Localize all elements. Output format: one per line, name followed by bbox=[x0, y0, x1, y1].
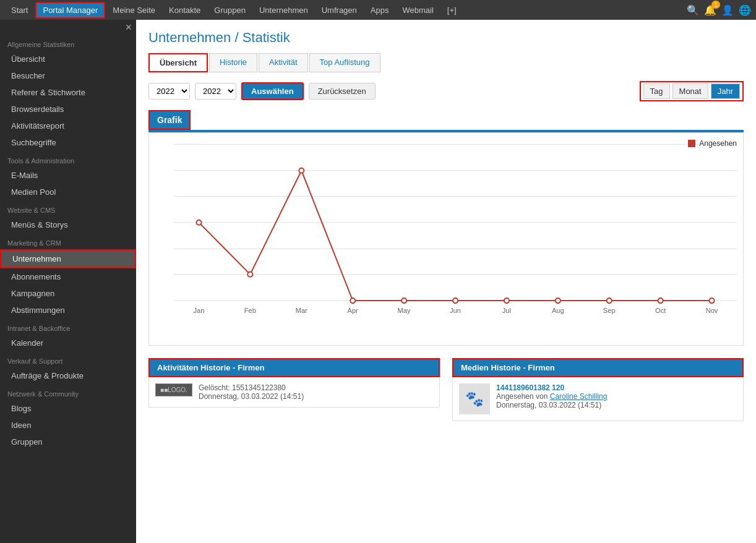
sidebar-item-unternehmen[interactable]: Unternehmen bbox=[0, 249, 136, 268]
main-content: Unternehmen / Statistik Übersicht Histor… bbox=[136, 20, 756, 543]
nav-item-umfragen[interactable]: Umfragen bbox=[316, 3, 363, 17]
nav-item-webmail[interactable]: Webmail bbox=[396, 3, 439, 17]
svg-point-18 bbox=[402, 298, 406, 303]
sidebar-close-icon[interactable]: ✕ bbox=[125, 22, 132, 32]
chart-legend: Angesehen bbox=[688, 139, 737, 148]
activities-header: Aktivitäten Historie - Firmen bbox=[148, 358, 440, 377]
chart-section-label: Grafik bbox=[157, 115, 182, 125]
auswahlen-button[interactable]: Auswählen bbox=[241, 82, 304, 100]
page-title: Unternehmen / Statistik bbox=[148, 30, 744, 46]
sidebar-item-menus-storys[interactable]: Menüs & Storys bbox=[0, 216, 136, 233]
svg-point-19 bbox=[453, 298, 458, 303]
svg-point-14 bbox=[196, 220, 201, 225]
nav-item-portal-manager[interactable]: Portal Manager bbox=[35, 2, 105, 19]
media-header: Medien Historie - Firmen bbox=[452, 358, 744, 377]
nav-item-plus[interactable]: [+] bbox=[441, 3, 463, 17]
sidebar-section-marketing: Marketing & CRM bbox=[0, 233, 136, 249]
zurucksetzen-button[interactable]: Zurücksetzen bbox=[309, 83, 376, 100]
legend-color bbox=[688, 140, 695, 147]
sidebar-item-ubersicht[interactable]: Übersicht bbox=[0, 51, 136, 67]
activities-title: Aktivitäten Historie - Firmen bbox=[157, 363, 264, 372]
sidebar-item-ideen[interactable]: Ideen bbox=[0, 417, 136, 434]
sidebar-item-aktivitatsreport[interactable]: Aktivitätsreport bbox=[0, 118, 136, 134]
sidebar-section-tools: Tools & Administration bbox=[0, 151, 136, 167]
nav-item-start[interactable]: Start bbox=[5, 3, 34, 17]
tab-aktivitat[interactable]: Aktivität bbox=[259, 53, 308, 72]
search-icon[interactable]: 🔍 bbox=[687, 4, 699, 16]
nav-item-meine-seite[interactable]: Meine Seite bbox=[106, 3, 161, 17]
svg-text:Aug: Aug bbox=[552, 307, 564, 314]
sidebar-item-kalender[interactable]: Kalender bbox=[0, 335, 136, 351]
nav-item-gruppen[interactable]: Gruppen bbox=[208, 3, 252, 17]
nav-item-unternehmen[interactable]: Unternehmen bbox=[253, 3, 314, 17]
svg-text:Sep: Sep bbox=[603, 307, 616, 314]
nav-item-kontakte[interactable]: Kontakte bbox=[163, 3, 207, 17]
tab-ubersicht[interactable]: Übersicht bbox=[148, 53, 208, 72]
media-user-link[interactable]: Caroline Schilling bbox=[550, 392, 608, 401]
nav-item-apps[interactable]: Apps bbox=[364, 3, 395, 17]
sidebar-section-netzwerk: Netzwerk & Community bbox=[0, 384, 136, 400]
svg-text:Jul: Jul bbox=[502, 307, 511, 314]
media-body: 🐾 1441189601382 120 Angesehen von Caroli… bbox=[452, 377, 744, 421]
notification-icon[interactable]: 🔔1 bbox=[704, 4, 716, 16]
media-thumb: 🐾 bbox=[459, 383, 490, 414]
activities-section: Aktivitäten Historie - Firmen ■■LOGO. Ge… bbox=[148, 358, 440, 421]
sidebar-item-besucher[interactable]: Besucher bbox=[0, 67, 136, 84]
sidebar-item-auftrage[interactable]: Aufträge & Produkte bbox=[0, 367, 136, 384]
svg-point-15 bbox=[247, 272, 252, 277]
sidebar-item-gruppen[interactable]: Gruppen bbox=[0, 434, 136, 450]
sidebar-section-intranet: Intranet & Backoffice bbox=[0, 319, 136, 335]
sidebar-item-emails[interactable]: E-Mails bbox=[0, 167, 136, 184]
sidebar-section-verkauf: Verkauf & Support bbox=[0, 351, 136, 367]
svg-point-24 bbox=[710, 298, 715, 303]
bottom-sections: Aktivitäten Historie - Firmen ■■LOGO. Ge… bbox=[148, 358, 744, 421]
svg-point-22 bbox=[607, 298, 612, 303]
svg-point-23 bbox=[658, 298, 663, 303]
sidebar-item-suchbegriffe[interactable]: Suchbegriffe bbox=[0, 134, 136, 151]
legend-label: Angesehen bbox=[699, 139, 737, 148]
svg-text:Jan: Jan bbox=[193, 307, 204, 314]
sidebar-section-website: Website & CMS bbox=[0, 200, 136, 216]
activities-body: ■■LOGO. Gelöscht: 1551345122380 Donnerst… bbox=[148, 377, 440, 408]
year-select-2[interactable]: 2022 2021 2020 bbox=[195, 83, 236, 100]
time-filters: Tag Monat Jahr bbox=[640, 81, 744, 101]
svg-text:Feb: Feb bbox=[244, 307, 256, 314]
svg-text:Nov: Nov bbox=[706, 307, 718, 314]
chart-svg: 0 2 4 6 8 10 12 bbox=[174, 139, 737, 337]
media-info: Angesehen von Caroline Schilling bbox=[496, 392, 607, 401]
user-icon[interactable]: 👤 bbox=[721, 4, 734, 16]
sidebar: ✕ Allgemeine Statistiken Übersicht Besuc… bbox=[0, 20, 136, 543]
filters-row: 2022 2021 2020 2022 2021 2020 Auswählen … bbox=[148, 81, 744, 101]
media-item: 🐾 1441189601382 120 Angesehen von Caroli… bbox=[459, 383, 737, 414]
activity-deleted: Gelöscht: 1551345122380 bbox=[199, 383, 304, 392]
svg-point-20 bbox=[504, 298, 509, 303]
sidebar-item-referer[interactable]: Referer & Stichworte bbox=[0, 84, 136, 101]
svg-text:Oct: Oct bbox=[655, 307, 666, 314]
svg-text:Jun: Jun bbox=[450, 307, 461, 314]
sidebar-item-abonnements[interactable]: Abonnements bbox=[0, 268, 136, 285]
svg-point-21 bbox=[556, 298, 561, 303]
sidebar-item-browserdetails[interactable]: Browserdetails bbox=[0, 101, 136, 118]
globe-icon[interactable]: 🌐 bbox=[739, 4, 751, 16]
tab-top-auflistung[interactable]: Top Auflistung bbox=[309, 53, 380, 72]
activity-text: Gelöscht: 1551345122380 Donnerstag, 03.0… bbox=[199, 383, 304, 401]
year-select-1[interactable]: 2022 2021 2020 bbox=[148, 83, 190, 100]
sidebar-section-allgemeine: Allgemeine Statistiken bbox=[0, 35, 136, 51]
time-filter-jahr[interactable]: Jahr bbox=[711, 83, 740, 99]
sidebar-item-blogs[interactable]: Blogs bbox=[0, 400, 136, 417]
tabs-container: Übersicht Historie Aktivität Top Auflist… bbox=[148, 53, 744, 72]
time-filter-tag[interactable]: Tag bbox=[643, 83, 670, 99]
tab-historie[interactable]: Historie bbox=[209, 53, 257, 72]
sidebar-item-medien-pool[interactable]: Medien Pool bbox=[0, 184, 136, 200]
activity-logo: ■■LOGO. bbox=[155, 383, 192, 396]
chart-container: Angesehen 0 2 4 6 8 10 12 bbox=[148, 132, 744, 346]
sidebar-item-kampagnen[interactable]: Kampagnen bbox=[0, 285, 136, 302]
time-filter-monat[interactable]: Monat bbox=[672, 83, 708, 99]
sidebar-item-abstimmungen[interactable]: Abstimmungen bbox=[0, 302, 136, 319]
svg-text:May: May bbox=[398, 307, 411, 314]
notification-badge: 1 bbox=[711, 1, 720, 9]
svg-point-16 bbox=[299, 168, 304, 173]
media-id: 1441189601382 120 bbox=[496, 383, 607, 392]
media-section: Medien Historie - Firmen 🐾 1441189601382… bbox=[452, 358, 744, 421]
media-seen-text: Angesehen von bbox=[496, 392, 548, 401]
